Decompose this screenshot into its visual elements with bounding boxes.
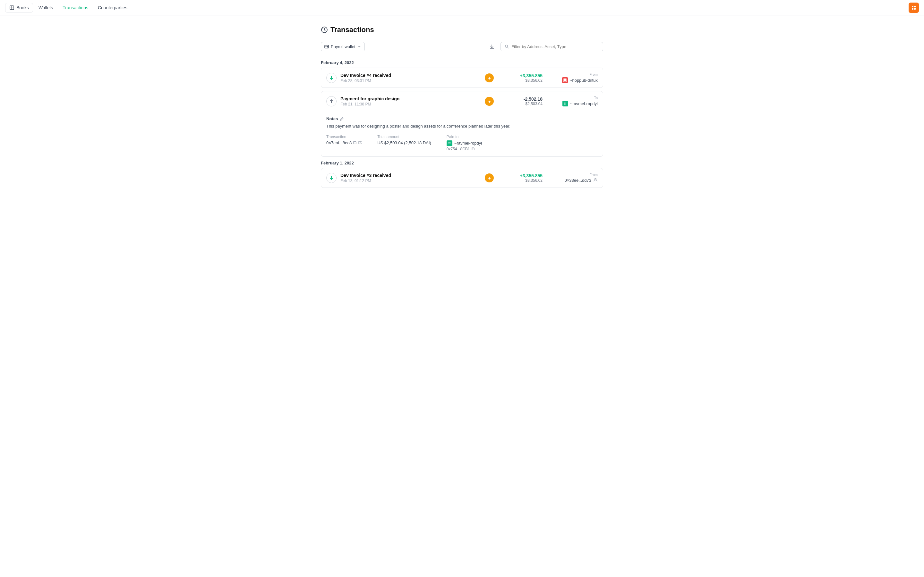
- svg-text:◈: ◈: [488, 100, 491, 103]
- notes-label: Notes: [326, 116, 338, 121]
- tx-amount-tx1: +3,355.855 $3,356.02: [498, 73, 543, 83]
- tx-counter-name-tx1: ~hoppub-dirtux: [546, 77, 598, 83]
- tx-coin-tx2: ◈: [485, 97, 494, 106]
- svg-rect-6: [914, 8, 916, 10]
- grid-button[interactable]: [909, 3, 919, 13]
- tx-name-tx3: Dev Invoice #3 received: [341, 173, 481, 178]
- svg-rect-17: [565, 79, 566, 81]
- wallet-selector[interactable]: Payroll wallet: [321, 42, 365, 51]
- grid-icon: [911, 5, 916, 10]
- copy-address-button[interactable]: [471, 147, 475, 151]
- arrow-up-icon: [329, 99, 334, 103]
- user-icon: [593, 177, 598, 182]
- tx-info-tx3: Dev Invoice #3 received Feb 13, 01:12 PM: [341, 173, 481, 183]
- copy-icon: [353, 141, 357, 145]
- transaction-row-tx2[interactable]: Payment for graphic design Feb 21, 11:38…: [321, 91, 603, 111]
- nav-transactions-label: Transactions: [63, 5, 88, 10]
- copy-addr-icon: [471, 147, 475, 151]
- tx-coin-tx1: ◈: [485, 73, 494, 82]
- dai-icon-tx2: ◈: [487, 99, 492, 104]
- notes-header: Notes: [326, 116, 598, 121]
- tx-amount-usd-tx3: $3,356.02: [498, 178, 543, 183]
- date-section-feb4: February 4, 2022 Dev Invoice #4 received…: [321, 60, 603, 157]
- tx-hash-value: 0×7eaf...8ec8: [326, 140, 362, 145]
- toolbar-right: [487, 42, 603, 51]
- svg-rect-23: [564, 103, 565, 103]
- search-bar[interactable]: [501, 42, 603, 51]
- tx-counterparty-tx3: From 0×33ee...dd73: [546, 173, 598, 183]
- svg-point-9: [327, 47, 328, 47]
- paid-to-info: ~ravmel-ropdyl 0x754...8CB1: [447, 140, 482, 151]
- nav-counterparties-label: Counterparties: [98, 5, 128, 10]
- arrow-down-icon-tx3: [329, 176, 334, 180]
- total-amount-value: US $2,503.04 (2,502.18 DAI): [377, 140, 431, 145]
- page-title: Transactions: [330, 26, 374, 34]
- tx-counter-name-tx3: 0×33ee...dd73: [546, 177, 598, 183]
- svg-text:◈: ◈: [488, 77, 491, 80]
- download-button[interactable]: [487, 42, 497, 51]
- tx-info-tx2: Payment for graphic design Feb 21, 11:38…: [341, 96, 481, 106]
- tx-direction-icon-tx1: [326, 73, 336, 83]
- nav-left: Books Wallets Transactions Counterpartie…: [5, 3, 132, 13]
- transaction-row-tx3[interactable]: Dev Invoice #3 received Feb 13, 01:12 PM…: [321, 168, 603, 187]
- paid-to-name-text: ~ravmel-ropdyl: [454, 141, 482, 145]
- external-link-button[interactable]: [358, 141, 362, 145]
- edit-notes-button[interactable]: [340, 117, 344, 121]
- chevron-down-icon: [357, 45, 361, 48]
- tx-expanded-tx2: Notes This payment was for designing a p…: [321, 111, 603, 156]
- transaction-card-tx2: Payment for graphic design Feb 21, 11:38…: [321, 91, 603, 157]
- tx-counter-text-tx3: 0×33ee...dd73: [565, 178, 591, 183]
- hoppub-avatar-icon: [563, 78, 567, 82]
- tx-info-tx1: Dev Invoice #4 received Feb 28, 03:31 PM: [341, 73, 481, 83]
- nav-wallets-label: Wallets: [39, 5, 53, 10]
- date-label-feb4: February 4, 2022: [321, 60, 603, 65]
- tx-amount-main-tx2: -2,502.18: [498, 97, 543, 102]
- tx-counter-text-tx1: ~hoppub-dirtux: [570, 78, 598, 83]
- search-input[interactable]: [511, 44, 599, 49]
- svg-rect-33: [449, 143, 451, 144]
- tx-amount-tx2: -2,502.18 $2,503.04: [498, 97, 543, 106]
- transaction-card-tx1: Dev Invoice #4 received Feb 28, 03:31 PM…: [321, 68, 603, 88]
- svg-rect-16: [564, 79, 565, 81]
- tx-detail-hash: Transaction 0×7eaf...8ec8: [326, 135, 362, 151]
- svg-rect-22: [564, 102, 567, 105]
- nav-item-transactions[interactable]: Transactions: [58, 3, 92, 13]
- svg-point-10: [505, 45, 507, 47]
- tx-counter-name-tx2: ~ravmel-ropdyl: [546, 101, 598, 106]
- books-icon: [9, 5, 15, 10]
- tx-details: Transaction 0×7eaf...8ec8: [326, 135, 598, 151]
- tx-amount-usd-tx1: $3,356.02: [498, 78, 543, 83]
- svg-rect-29: [448, 142, 451, 145]
- paid-to-address: 0x754...8CB1: [447, 147, 482, 151]
- counter-avatar-tx1: [562, 77, 568, 83]
- svg-rect-31: [449, 142, 451, 143]
- svg-rect-4: [914, 6, 916, 7]
- date-label-feb1: February 1, 2022: [321, 161, 603, 165]
- tx-counter-label-tx1: From: [546, 73, 598, 76]
- nav-item-books[interactable]: Books: [5, 3, 33, 13]
- tx-hash-label: Transaction: [326, 135, 362, 139]
- nav-item-wallets[interactable]: Wallets: [34, 3, 57, 13]
- counter-avatar-tx2: [562, 101, 568, 106]
- svg-rect-32: [449, 143, 449, 144]
- paid-to-label: Paid to: [447, 135, 482, 139]
- svg-rect-24: [565, 103, 566, 103]
- page-title-row: Transactions: [321, 26, 603, 34]
- paid-to-addr-text: 0x754...8CB1: [447, 147, 470, 151]
- tx-date-tx3: Feb 13, 01:12 PM: [341, 179, 481, 183]
- tx-hash-text: 0×7eaf...8ec8: [326, 140, 352, 145]
- transaction-row-tx1[interactable]: Dev Invoice #4 received Feb 28, 03:31 PM…: [321, 68, 603, 87]
- copy-hash-button[interactable]: [353, 141, 357, 145]
- tx-amount-main-tx3: +3,355.855: [498, 173, 543, 178]
- ravmel-avatar-icon: [564, 102, 567, 105]
- notes-section: Notes This payment was for designing a p…: [326, 116, 598, 129]
- svg-line-11: [507, 47, 509, 48]
- svg-rect-18: [564, 79, 566, 79]
- wallet-icon: [325, 44, 329, 49]
- nav-item-counterparties[interactable]: Counterparties: [94, 3, 132, 13]
- main-content: Transactions Payroll wallet: [308, 15, 616, 202]
- tx-amount-usd-tx2: $2,503.04: [498, 102, 543, 106]
- notes-text: This payment was for designing a poster …: [326, 123, 598, 129]
- tx-coin-tx3: ◈: [485, 173, 494, 182]
- external-link-icon: [358, 141, 362, 145]
